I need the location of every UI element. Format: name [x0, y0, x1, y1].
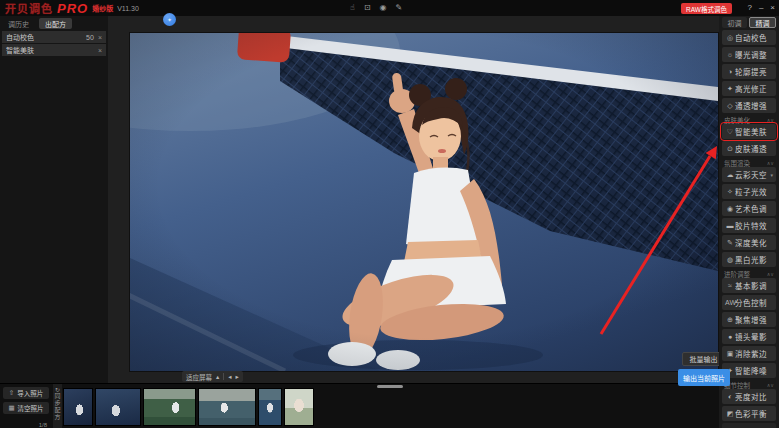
panel-item-smart-denoise[interactable]: ✦智能降噪 [722, 363, 776, 378]
trash-icon: ▦ [8, 404, 14, 412]
window-controls: ?–× [747, 0, 775, 16]
history-item[interactable]: 自动校色50× [2, 31, 106, 43]
panel-group-title: 氛围渲染 [724, 158, 750, 168]
lens-vignette-icon: ● [725, 333, 735, 340]
titlebar: 开贝调色 PRO 婚纱版 V11.30 ☝⊡◉✎ RAW格式调色 ?–× [0, 0, 779, 16]
auto-color-icon: ◎ [725, 34, 735, 41]
filmstrip-scrollbar[interactable] [377, 385, 403, 388]
collapse-icon[interactable]: ∧∨ [767, 117, 774, 123]
panel-item-highlight-fix[interactable]: ✦高光修正 [722, 81, 776, 96]
focus-enhance-icon: ⊕ [725, 316, 735, 323]
panel-item-art-tone[interactable]: ◉艺术色调 [722, 201, 776, 216]
highlight-fix-icon: ✦ [725, 85, 735, 92]
remove-icon[interactable]: × [98, 47, 102, 54]
panel-group-title: 进阶调整 [724, 269, 750, 279]
panel-item-contour-brighten[interactable]: ◑轮廓提亮 [722, 64, 776, 79]
panel-item-label: 云彩天空 [735, 169, 767, 180]
next-photo-icon[interactable]: ▸ [236, 373, 239, 381]
filmstrip-thumb[interactable] [63, 388, 93, 426]
panel-item-clarity-enhance[interactable]: ◇通透增强 [722, 98, 776, 113]
filmstrip-thumb[interactable] [143, 388, 196, 426]
export-current-button[interactable]: 输出当前照片 [678, 369, 730, 386]
logo-edition: 婚纱版 [92, 3, 113, 13]
panel-item-auto-color[interactable]: ◎自动校色 [722, 30, 776, 45]
filmstrip-bar: ⇧ 导入照片 ▦ 清空照片 1/8 ↻ 同步配方 [0, 383, 719, 428]
panel-item-label: 高光修正 [735, 83, 767, 94]
panel-item-cloud-sky[interactable]: ☁云彩天空▾ [722, 167, 776, 182]
panel-item-label: 亮度对比 [735, 391, 767, 402]
history-tab-1[interactable]: 出配方 [39, 18, 72, 29]
panel-tab-1[interactable]: 精调 [749, 17, 776, 28]
help-button[interactable]: ? [747, 4, 751, 12]
panel-item-lens-vignette[interactable]: ●镜头晕影 [722, 329, 776, 344]
panel-item-skin-translucent[interactable]: ⊙皮肤通透 [722, 141, 776, 156]
chevron-down-icon[interactable]: ▾ [770, 172, 773, 178]
panel-item-color-split[interactable]: AW分色控制 [722, 295, 776, 310]
sync-recipe-button[interactable]: ↻ 同步配方 [53, 384, 62, 428]
assistant-bubble[interactable]: ✦ [163, 13, 176, 26]
panel-group-header: 皮肤美化∧∨ [722, 115, 776, 124]
panel-item-label: 黑白光影 [735, 254, 767, 265]
panel-item-brightness-contrast[interactable]: ◐亮度对比 [722, 389, 776, 404]
panel-tab-0[interactable]: 初调 [722, 17, 747, 28]
filmstrip-thumb[interactable] [284, 388, 314, 426]
import-photos-button[interactable]: ⇧ 导入照片 [3, 387, 49, 399]
color-split-icon: AW [725, 299, 735, 306]
logo-version: V11.30 [117, 5, 139, 12]
panel-item-label: 消除紫边 [735, 348, 767, 359]
panel-item-exposure-adjust[interactable]: ☼曝光调整 [722, 47, 776, 62]
collapse-icon[interactable]: ∧∨ [767, 271, 774, 277]
minimize-button[interactable]: – [759, 4, 763, 12]
app-logo: 开贝调色 PRO 婚纱版 V11.30 [5, 0, 139, 16]
fit-screen-label: 适应屏幕 [186, 372, 212, 382]
collapse-icon[interactable]: ∧∨ [767, 160, 774, 166]
panel-item-label: 艺术色调 [735, 203, 767, 214]
toolbar-tools: ☝⊡◉✎ [350, 0, 402, 16]
panel-item-particle-light[interactable]: ✧粒子光效 [722, 184, 776, 199]
pager-indicator: 1/8 [39, 422, 47, 428]
history-item[interactable]: 智能美肤× [2, 44, 106, 56]
panel-item-smart-skin[interactable]: ♡智能美肤 [722, 124, 776, 139]
panel-item-label: 胶片特效 [735, 220, 767, 231]
panel-item-focus-enhance[interactable]: ⊕聚焦增强 [722, 312, 776, 327]
panel-group-header: 氛围渲染∧∨ [722, 158, 776, 167]
main-photo [130, 33, 718, 371]
panel-item-label: 粒子光效 [735, 186, 767, 197]
sync-icon: ↻ [55, 386, 60, 393]
collapse-icon[interactable]: ∧∨ [767, 382, 774, 388]
app-window: 开贝调色 PRO 婚纱版 V11.30 ☝⊡◉✎ RAW格式调色 ?–× 调历史… [0, 0, 779, 428]
panel-item-label: 深度美化 [735, 237, 767, 248]
panel-item-color-balance[interactable]: ◩色彩平衡 [722, 406, 776, 421]
history-tab-0[interactable]: 调历史 [2, 18, 35, 29]
deep-beautify-icon: ✎ [725, 239, 735, 246]
clear-photos-button[interactable]: ▦ 清空照片 [3, 402, 49, 414]
panel-item-label: 色彩平衡 [735, 408, 767, 419]
eye-icon[interactable]: ◉ [380, 4, 387, 12]
panel-item-purple-fringe-remove[interactable]: ▣消除紫边 [722, 346, 776, 361]
fit-screen-control[interactable]: 适应屏幕 ▴ ◂ ▸ [182, 371, 243, 382]
prev-photo-icon[interactable]: ◂ [228, 373, 231, 381]
panel-item-deep-beautify[interactable]: ✎深度美化 [722, 235, 776, 250]
assistant-bubble-icon: ✦ [167, 16, 172, 23]
panel-item-label: 基本影调 [735, 280, 767, 291]
remove-icon[interactable]: × [98, 34, 102, 41]
close-button[interactable]: × [770, 4, 775, 12]
hand-icon[interactable]: ☝ [350, 4, 355, 12]
raw-mode-button[interactable]: RAW格式调色 [681, 3, 732, 14]
basic-tone-icon: ≈ [725, 282, 735, 289]
cloud-sky-icon: ☁ [725, 171, 735, 178]
history-item-label: 智能美肤 [6, 45, 98, 55]
panel-item-basic-tone[interactable]: ≈基本影调 [722, 278, 776, 293]
import-photos-label: 导入照片 [17, 388, 43, 398]
crop-icon[interactable]: ⊡ [364, 4, 371, 12]
panel-item-film-effect[interactable]: ▬胶片特效 [722, 218, 776, 233]
filmstrip-thumb[interactable] [95, 388, 141, 426]
logo-pro: PRO [57, 1, 88, 16]
filmstrip-thumb[interactable] [258, 388, 282, 426]
panel-item-bw-light[interactable]: ◍黑白光影 [722, 252, 776, 267]
pen-icon[interactable]: ✎ [396, 4, 403, 12]
fit-dropdown-icon[interactable]: ▴ [216, 373, 219, 381]
filmstrip-thumb[interactable] [198, 388, 256, 426]
art-tone-icon: ◉ [725, 205, 735, 212]
panel-item-label: 轮廓提亮 [735, 66, 767, 77]
